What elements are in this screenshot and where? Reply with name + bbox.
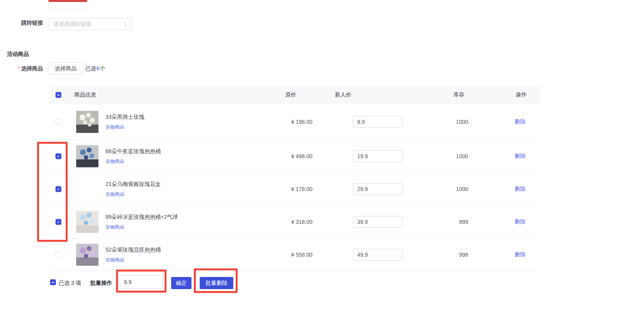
new-user-price-input[interactable] [353, 116, 402, 128]
stock-value: 1000 [429, 186, 468, 192]
product-image [76, 211, 98, 233]
delete-link[interactable]: 删除 [510, 218, 530, 225]
selected-count-suffix: 个 [100, 65, 106, 71]
col-header-product-info: 商品信息 [74, 91, 96, 98]
product-image [76, 111, 98, 133]
row-checkbox[interactable] [55, 119, 61, 125]
col-header-actions: 操作 [516, 91, 527, 98]
select-all-checkbox[interactable] [55, 92, 61, 98]
product-type-tag: 实物商品 [106, 191, 161, 197]
product-info: 21朵乌梅紫酱玫瑰花盒 实物商品 [106, 180, 161, 197]
confirm-button[interactable]: 确定 [171, 277, 191, 289]
product-info: 99朵碎冰蓝玫瑰抱抱桶+2气球 实物商品 [106, 213, 178, 230]
product-name: 66朵午夜蓝玫瑰抱抱桶 [106, 148, 161, 155]
selected-count-text: 已选6个 [85, 65, 106, 72]
stock-value: 1000 [429, 153, 468, 159]
select-products-label-text: 选择商品 [21, 65, 43, 71]
jump-link-placeholder: 请选择跳转链接 [53, 21, 123, 28]
original-price: ¥ 498.00 [291, 153, 313, 159]
new-user-price-input[interactable] [353, 183, 402, 195]
product-image [76, 145, 98, 167]
col-header-original-price: 原价 [285, 91, 296, 98]
row-checkbox[interactable] [55, 252, 61, 257]
delete-link[interactable]: 删除 [510, 118, 530, 125]
required-asterisk: * [18, 65, 20, 71]
original-price: ¥ 558.00 [291, 252, 313, 258]
table-row: 99朵碎冰蓝玫瑰抱抱桶+2气球 实物商品 ¥ 318.00 999 删除 [50, 205, 539, 238]
stock-value: 998 [429, 252, 468, 258]
delete-link[interactable]: 删除 [510, 186, 530, 193]
product-name: 21朵乌梅紫酱玫瑰花盒 [106, 180, 161, 188]
select-products-button[interactable]: 选择商品 [48, 63, 83, 75]
product-type-tag: 实物商品 [106, 124, 145, 130]
products-table: 商品信息 原价 新人价 库存 操作 33朵黑骑士玫瑰 实物商品 ¥ 198.00… [50, 86, 539, 271]
delete-link[interactable]: 删除 [510, 251, 530, 258]
original-price: ¥ 198.00 [291, 119, 313, 125]
batch-price-input[interactable] [120, 275, 163, 289]
stock-value: 999 [429, 219, 468, 225]
product-info: 52朵紫玫瑰混搭抱抱桶 实物商品 [106, 246, 161, 263]
original-price: ¥ 178.00 [291, 186, 313, 192]
col-header-new-user-price: 新人价 [335, 91, 351, 98]
red-highlight-bar [48, 0, 87, 2]
page: 跳转链接 请选择跳转链接 活动商品 *选择商品 选择商品 已选6个 商品信息 原… [0, 0, 644, 318]
footer-selected-count: 已选 3 项 [59, 280, 81, 287]
batch-operation-label: 批量操作 [90, 280, 112, 287]
footer-select-checkbox[interactable] [50, 279, 56, 285]
product-name: 52朵紫玫瑰混搭抱抱桶 [106, 246, 161, 253]
new-user-price-input[interactable] [353, 216, 402, 228]
selected-count-number: 6 [97, 65, 100, 71]
table-row: 21朵乌梅紫酱玫瑰花盒 实物商品 ¥ 178.00 1000 删除 [50, 173, 539, 205]
stock-value: 1000 [429, 119, 468, 125]
product-type-tag: 实物商品 [106, 256, 161, 263]
selected-count-prefix: 已选 [85, 65, 96, 71]
row-checkbox[interactable] [55, 153, 61, 159]
product-name: 33朵黑骑士玫瑰 [106, 114, 145, 121]
batch-delete-button[interactable]: 批量删除 [200, 277, 233, 289]
product-image [76, 243, 98, 266]
product-info: 66朵午夜蓝玫瑰抱抱桶 实物商品 [106, 148, 161, 164]
product-name: 99朵碎冰蓝玫瑰抱抱桶+2气球 [106, 213, 178, 220]
new-user-price-input[interactable] [353, 249, 402, 261]
select-products-label: *选择商品 [12, 65, 43, 72]
col-header-stock: 库存 [453, 91, 464, 98]
table-row: 52朵紫玫瑰混搭抱抱桶 实物商品 ¥ 558.00 998 删除 [50, 238, 539, 271]
section-title: 活动商品 [7, 51, 29, 58]
delete-link[interactable]: 删除 [510, 153, 530, 160]
row-checkbox[interactable] [55, 186, 61, 192]
cropped-top-element [48, 0, 87, 9]
table-row: 66朵午夜蓝玫瑰抱抱桶 实物商品 ¥ 498.00 1000 删除 [50, 140, 539, 173]
product-type-tag: 实物商品 [106, 223, 178, 230]
product-type-tag: 实物商品 [106, 158, 161, 164]
product-image [76, 178, 98, 200]
new-user-price-input[interactable] [353, 150, 402, 162]
row-checkbox[interactable] [55, 219, 61, 225]
jump-link-label: 跳转链接 [16, 20, 43, 27]
table-header: 商品信息 原价 新人价 库存 操作 [50, 86, 539, 104]
table-row: 33朵黑骑士玫瑰 实物商品 ¥ 198.00 1000 删除 [50, 104, 539, 140]
original-price: ¥ 318.00 [291, 219, 313, 225]
chevron-right-icon [122, 22, 126, 26]
jump-link-select[interactable]: 请选择跳转链接 [48, 18, 132, 30]
product-info: 33朵黑骑士玫瑰 实物商品 [106, 114, 145, 130]
